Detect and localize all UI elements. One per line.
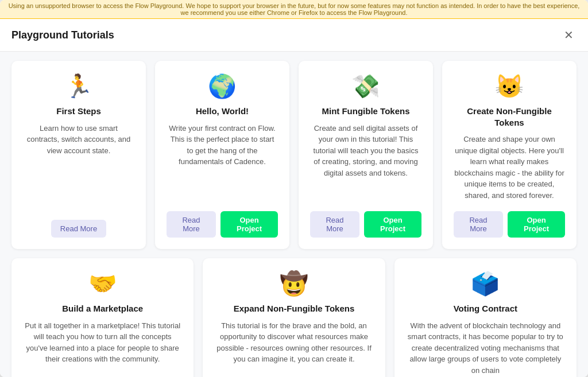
card-title-create-nft: Create Non-Fungible Tokens [454,106,565,128]
card-mint-fungible: 💸 Mint Fungible Tokens Create and sell d… [299,61,433,249]
card-actions-hello-world: Read More Open Project [167,211,278,238]
card-actions-mint-fungible: Read More Open Project [310,211,421,238]
read-more-button-first-steps[interactable]: Read More [51,220,106,238]
warning-text: Using an unsupported browser to access t… [9,2,580,16]
card-desc-marketplace: Put it all together in a marketplace! Th… [23,320,182,376]
open-project-button-hello-world[interactable]: Open Project [220,211,278,238]
bottom-cards-grid: 🤝 Build a Marketplace Put it all togethe… [11,258,577,377]
card-title-voting-contract: Voting Contract [454,303,517,314]
card-emoji-marketplace: 🤝 [88,272,117,295]
read-more-button-create-nft[interactable]: Read More [454,211,503,238]
card-actions-first-steps: Read More [23,220,134,238]
card-title-hello-world: Hello, World! [196,106,249,117]
card-actions-create-nft: Read More Open Project [454,211,565,238]
top-cards-grid: 🏃 First Steps Learn how to use smart con… [11,61,577,249]
modal-header: Playground Tutorials ✕ [0,19,588,52]
card-emoji-hello-world: 🌍 [208,75,237,98]
card-voting-contract: 🗳️ Voting Contract With the advent of bl… [394,258,577,377]
card-desc-first-steps: Learn how to use smart contracts, switch… [23,123,134,210]
modal-title: Playground Tutorials [11,29,114,41]
card-hello-world: 🌍 Hello, World! Write your first contrac… [155,61,289,249]
card-desc-create-nft: Create and shape your own unique digital… [454,134,565,201]
card-create-nft: 😺 Create Non-Fungible Tokens Create and … [442,61,577,249]
open-project-button-create-nft[interactable]: Open Project [508,211,565,238]
modal-overlay: Using an unsupported browser to access t… [0,0,588,377]
card-first-steps: 🏃 First Steps Learn how to use smart con… [11,61,146,249]
card-emoji-voting-contract: 🗳️ [471,272,500,295]
modal-body: 🏃 First Steps Learn how to use smart con… [0,52,588,377]
card-title-first-steps: First Steps [56,106,101,117]
card-desc-expand-nft: This tutorial is for the brave and the b… [214,320,373,376]
open-project-button-mint-fungible[interactable]: Open Project [364,211,421,238]
card-emoji-mint-fungible: 💸 [351,75,380,98]
warning-bar: Using an unsupported browser to access t… [0,0,588,19]
close-button[interactable]: ✕ [560,27,577,43]
card-expand-nft: 🤠 Expand Non-Fungible Tokens This tutori… [203,258,385,377]
read-more-button-mint-fungible[interactable]: Read More [310,211,359,238]
card-desc-mint-fungible: Create and sell digital assets of your o… [310,123,421,201]
card-title-marketplace: Build a Marketplace [62,303,143,314]
card-title-mint-fungible: Mint Fungible Tokens [322,106,409,117]
card-marketplace: 🤝 Build a Marketplace Put it all togethe… [11,258,194,377]
card-title-expand-nft: Expand Non-Fungible Tokens [234,303,355,314]
card-emoji-first-steps: 🏃 [64,75,93,98]
card-emoji-create-nft: 😺 [495,75,524,98]
read-more-button-hello-world[interactable]: Read More [167,211,216,238]
card-emoji-expand-nft: 🤠 [280,272,308,295]
card-desc-voting-contract: With the advent of blockchain technology… [406,320,565,376]
card-desc-hello-world: Write your first contract on Flow. This … [167,123,278,201]
